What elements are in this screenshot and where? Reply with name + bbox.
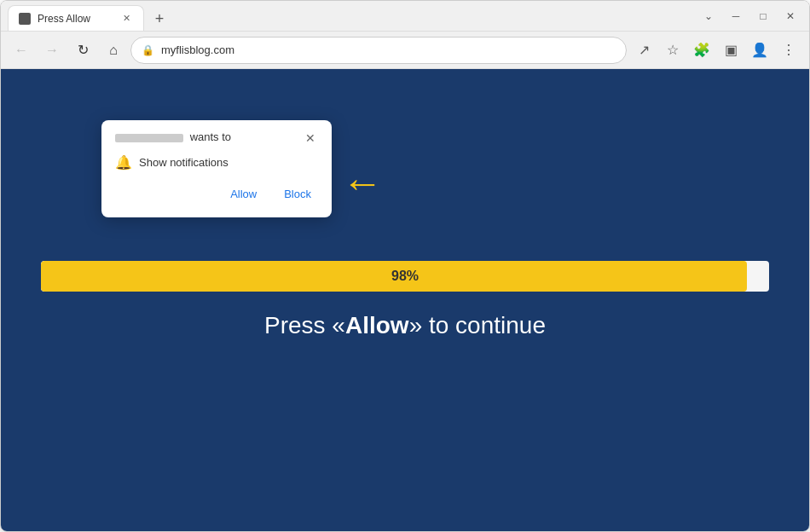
close-button[interactable]: ✕ [778,4,802,28]
tab-favicon [19,13,31,25]
profile-icon[interactable]: 👤 [746,37,773,64]
progress-label: 98% [391,269,419,284]
progress-bar-wrapper: 98% [41,261,768,292]
minimize-button[interactable]: ─ [724,4,748,28]
progress-container: 98% [41,261,768,292]
home-button[interactable]: ⌂ [100,37,127,64]
tab-title: Press Allow [38,13,113,25]
chevron-down-button[interactable]: ⌄ [697,4,720,28]
cta-allow-word: Allow [345,312,409,338]
share-icon[interactable]: ↗ [630,37,657,64]
popup-title: wants to [115,130,231,143]
sidebar-icon[interactable]: ▣ [717,37,744,64]
cta-before: Press « [264,312,345,338]
notification-label: Show notifications [139,156,229,169]
popup-body: 🔔 Show notifications [115,154,318,171]
tab-strip: Press Allow ✕ + [8,1,697,31]
cta-text: Press «Allow» to continue [264,312,546,339]
popup-close-button[interactable]: ✕ [303,130,318,146]
bookmark-icon[interactable]: ☆ [659,37,686,64]
back-button[interactable]: ← [8,37,35,64]
block-button[interactable]: Block [277,184,318,204]
tab-close-button[interactable]: ✕ [119,12,133,26]
new-tab-button[interactable]: + [148,7,171,31]
maximize-button[interactable]: □ [751,4,775,28]
arrow-indicator: ← [342,163,383,204]
refresh-button[interactable]: ↻ [69,37,96,64]
toolbar-actions: ↗ ☆ 🧩 ▣ 👤 ⋮ [630,37,802,64]
popup-actions: Allow Block [115,184,318,204]
title-bar: Press Allow ✕ + ⌄ ─ □ ✕ [1,1,809,32]
site-name-redacted [115,134,183,142]
notification-popup: wants to ✕ 🔔 Show notifications Allow Bl… [101,120,332,217]
url-text: myflisblog.com [161,43,616,56]
window-controls: ⌄ ─ □ ✕ [697,4,802,28]
browser-window: Press Allow ✕ + ⌄ ─ □ ✕ ← → ↻ ⌂ 🔒 myflis… [0,0,810,532]
forward-button[interactable]: → [38,37,66,64]
page-content: wants to ✕ 🔔 Show notifications Allow Bl… [1,69,809,531]
extensions-icon[interactable]: 🧩 [688,37,715,64]
bell-icon: 🔔 [115,154,132,171]
cta-after: » to continue [409,312,546,338]
address-bar[interactable]: 🔒 myflisblog.com [130,37,627,64]
popup-header: wants to ✕ [115,130,318,146]
toolbar: ← → ↻ ⌂ 🔒 myflisblog.com ↗ ☆ 🧩 ▣ 👤 ⋮ [1,32,809,69]
menu-icon[interactable]: ⋮ [775,37,802,64]
allow-button[interactable]: Allow [223,184,263,204]
lock-icon: 🔒 [142,44,154,56]
popup-wants-to: wants to [190,130,231,143]
active-tab[interactable]: Press Allow ✕ [8,5,144,31]
